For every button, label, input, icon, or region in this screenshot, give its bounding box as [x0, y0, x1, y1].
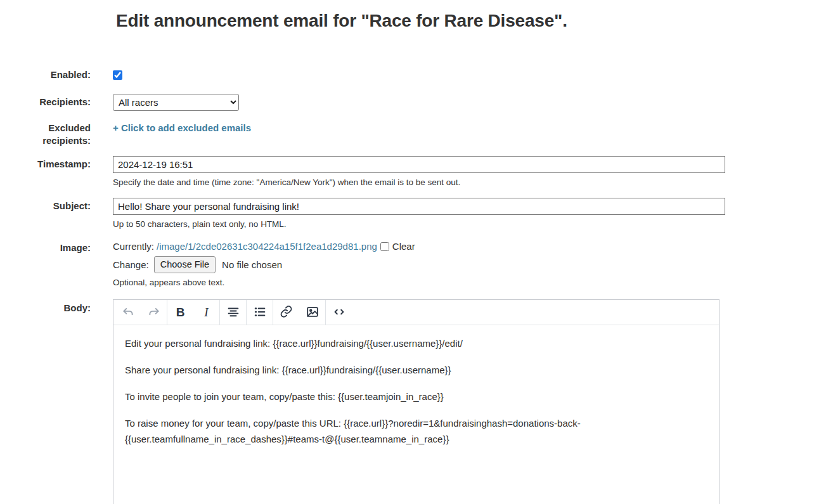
body-field: B I	[113, 299, 826, 504]
file-status-text: No file chosen	[222, 258, 282, 271]
link-icon	[280, 305, 293, 320]
editor-toolbar: B I	[113, 300, 719, 325]
currently-label: Currently:	[113, 240, 154, 253]
timestamp-row: Timestamp: Specify the date and time (ti…	[0, 156, 826, 188]
clear-wrap: Clear	[380, 240, 415, 253]
timestamp-label: Timestamp:	[0, 156, 91, 188]
align-center-icon	[226, 305, 240, 321]
body-label: Body:	[0, 299, 91, 504]
bold-button[interactable]: B	[167, 300, 193, 325]
page-title: Edit announcement email for "Race for Ra…	[116, 9, 826, 33]
italic-button[interactable]: I	[193, 300, 219, 325]
image-help-text: Optional, appears above text.	[113, 277, 826, 288]
subject-input[interactable]	[113, 198, 725, 215]
excluded-recipients-label: Excluded recipients:	[0, 120, 91, 147]
excluded-recipients-field: + Click to add excluded emails	[113, 120, 826, 147]
subject-field: Up to 50 characters, plain text only, no…	[113, 198, 826, 229]
bullet-list-icon	[253, 305, 267, 321]
code-icon	[332, 305, 346, 321]
choose-file-button[interactable]: Choose File	[154, 256, 216, 273]
announcement-email-edit-page: Edit announcement email for "Race for Ra…	[0, 0, 826, 504]
bullet-list-button[interactable]	[247, 300, 273, 325]
undo-icon	[121, 305, 135, 321]
body-paragraph: Share your personal fundraising link: {{…	[125, 362, 676, 378]
image-field: Currently: /image/1/2cde02631c304224a15f…	[113, 240, 826, 288]
timestamp-help-text: Specify the date and time (time zone: "A…	[113, 177, 826, 188]
clear-label: Clear	[392, 240, 415, 253]
excluded-recipients-row: Excluded recipients: + Click to add excl…	[0, 120, 826, 147]
image-current-line: Currently: /image/1/2cde02631c304224a15f…	[113, 240, 826, 253]
enabled-label: Enabled:	[0, 68, 91, 82]
image-change-line: Change: Choose File No file chosen	[113, 256, 826, 273]
code-view-button[interactable]	[326, 300, 352, 325]
rich-text-editor: B I	[113, 299, 720, 504]
undo-button[interactable]	[115, 300, 141, 325]
clear-image-checkbox[interactable]	[380, 242, 389, 251]
enabled-field	[113, 68, 826, 82]
timestamp-field: Specify the date and time (time zone: "A…	[113, 156, 826, 188]
body-editor-content[interactable]: Edit your personal fundraising link: {{r…	[113, 325, 719, 504]
add-excluded-emails-link[interactable]: + Click to add excluded emails	[113, 120, 251, 133]
recipients-field: All racers	[113, 94, 826, 111]
body-paragraph: Edit your personal fundraising link: {{r…	[125, 335, 676, 351]
redo-button[interactable]	[141, 300, 167, 325]
recipients-select[interactable]: All racers	[113, 94, 239, 111]
recipients-row: Recipients: All racers	[0, 94, 826, 111]
timestamp-input[interactable]	[113, 156, 725, 173]
insert-image-button[interactable]	[299, 300, 325, 325]
recipients-label: Recipients:	[0, 94, 91, 111]
change-label: Change:	[113, 258, 149, 271]
subject-label: Subject:	[0, 198, 91, 229]
image-row: Image: Currently: /image/1/2cde02631c304…	[0, 240, 826, 288]
enabled-row: Enabled:	[0, 68, 826, 82]
body-paragraph: To invite people to join your team, copy…	[125, 389, 676, 404]
enabled-checkbox[interactable]	[113, 70, 122, 80]
insert-link-button[interactable]	[273, 300, 299, 325]
redo-icon	[147, 305, 161, 321]
image-label: Image:	[0, 240, 91, 288]
subject-row: Subject: Up to 50 characters, plain text…	[0, 198, 826, 229]
body-paragraph: To raise money for your team, copy/paste…	[125, 415, 676, 447]
subject-help-text: Up to 50 characters, plain text only, no…	[113, 219, 826, 229]
align-center-button[interactable]	[220, 300, 246, 325]
current-image-link[interactable]: /image/1/2cde02631c304224a15f1f2ea1d29d8…	[157, 240, 377, 253]
image-icon	[306, 305, 319, 321]
body-row: Body:	[0, 299, 826, 504]
